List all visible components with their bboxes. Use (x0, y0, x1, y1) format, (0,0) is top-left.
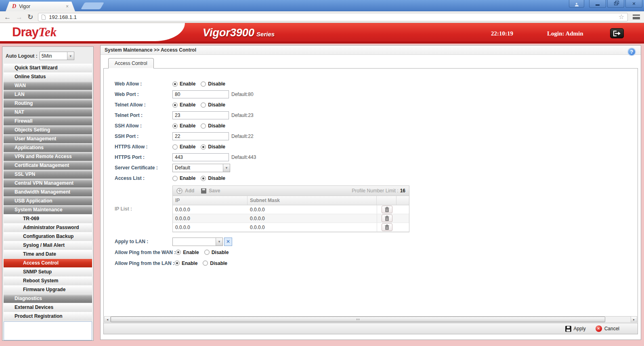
sidebar-item-applications[interactable]: Applications (4, 144, 92, 152)
close-tab-icon[interactable]: × (66, 4, 69, 9)
sidebar-item-configuration-backup[interactable]: Configuration Backup (4, 232, 92, 241)
sidebar-item-firewall[interactable]: Firewall (4, 117, 92, 125)
sidebar-item-online-status[interactable]: Online Status (4, 73, 92, 81)
url-text[interactable]: 192.168.1.1 (49, 14, 77, 20)
sidebar-item-lan[interactable]: LAN (4, 90, 92, 99)
bookmark-star-icon[interactable]: ☆ (619, 14, 624, 20)
chevron-down-icon: ▾ (223, 164, 230, 172)
ssh-allow-label: SSH Allow : (115, 123, 172, 129)
telnet-allow-enable-radio[interactable] (172, 102, 178, 108)
restore-button[interactable] (607, 0, 624, 8)
delete-row-button[interactable] (382, 206, 392, 213)
apply-to-lan-select[interactable]: ▾ (172, 238, 223, 246)
close-window-button[interactable]: ✕ (625, 0, 642, 8)
sidebar-item-diagnostics[interactable]: Diagnostics (4, 294, 92, 303)
breadcrumb: System Maintenance >> Access Control (101, 46, 641, 55)
sidebar-item-access-control[interactable]: Access Control (4, 259, 92, 267)
form-area: Web Allow : Enable Disable Web Port : De… (104, 69, 638, 316)
subnet-mask-cell: 0.0.0.0 (248, 214, 377, 223)
sidebar-item-firmware-upgrade[interactable]: Firmware Upgrade (4, 286, 92, 294)
ssh-port-input[interactable] (172, 132, 229, 140)
auto-logout-select[interactable]: 5Min ▾ (40, 52, 74, 60)
column-header-actions (377, 196, 396, 205)
horizontal-scrollbar[interactable]: ◂ ▸ (104, 316, 637, 323)
scrollbar-thumb[interactable] (111, 317, 605, 322)
sidebar-item-user-management[interactable]: User Management (4, 135, 92, 143)
ping-wan-enable-radio[interactable] (176, 250, 181, 255)
ssh-allow-disable-radio[interactable] (201, 123, 206, 129)
sidebar-item-syslog-mail-alert[interactable]: Syslog / Mail Alert (4, 241, 92, 250)
sidebar-item-ssl-vpn[interactable]: SSL VPN (4, 170, 92, 179)
sidebar-item-wan[interactable]: WAN (4, 81, 92, 90)
browser-menu-icon[interactable] (633, 15, 640, 19)
sidebar-item-external-devices[interactable]: External Devices (4, 303, 92, 312)
sidebar-item-objects-setting[interactable]: Objects Setting (4, 126, 92, 134)
sidebar-item-tr-069[interactable]: TR-069 (4, 215, 92, 223)
access-list-row: Access List : Enable Disable (104, 173, 638, 183)
tab-access-control[interactable]: Access Control (108, 58, 154, 69)
enable-label: Enable (180, 102, 195, 108)
scroll-left-icon[interactable]: ◂ (105, 317, 111, 322)
apply-button[interactable]: Apply (565, 326, 586, 332)
https-port-default: Default:443 (231, 154, 256, 160)
web-allow-disable-radio[interactable] (201, 81, 206, 87)
minimize-button[interactable] (589, 0, 606, 8)
sidebar-item-usb-application[interactable]: USB Application (4, 197, 92, 205)
add-circle-icon (176, 188, 183, 194)
sidebar-item-certificate-management[interactable]: Certificate Management (4, 161, 92, 170)
sidebar-item-time-and-date[interactable]: Time and Date (4, 250, 92, 258)
sidebar-item-quick-start-wizard[interactable]: Quick Start Wizard (4, 64, 92, 72)
sidebar-item-snmp-setup[interactable]: SNMP Setup (4, 268, 92, 276)
delete-row-button[interactable] (382, 223, 392, 231)
ssh-allow-enable-radio[interactable] (172, 123, 178, 129)
ping-lan-disable-radio[interactable] (203, 261, 208, 266)
ping-wan-disable-radio[interactable] (204, 250, 210, 255)
sidebar-item-bandwidth-management[interactable]: Bandwidth Management (4, 188, 92, 196)
server-certificate-select[interactable]: Default ▾ (172, 164, 230, 172)
sidebar-item-administrator-password[interactable]: Administrator Password (4, 223, 92, 232)
web-port-input[interactable] (172, 90, 229, 98)
scroll-right-icon[interactable]: ▸ (631, 317, 637, 322)
save-button[interactable]: Save (201, 188, 220, 194)
sidebar-item-reboot-system[interactable]: Reboot System (4, 277, 92, 285)
web-allow-label: Web Allow : (115, 81, 172, 87)
page-background: Auto Logout : 5Min ▾ Quick Start WizardO… (0, 44, 644, 346)
cancel-button[interactable]: ✕ Cancel (596, 325, 619, 332)
ping-lan-enable-radio[interactable] (174, 261, 180, 266)
logout-button[interactable] (610, 28, 624, 38)
telnet-port-input[interactable] (172, 111, 229, 119)
sidebar-item-nat[interactable]: NAT (4, 108, 92, 117)
disable-label: Disable (208, 175, 225, 181)
url-bar[interactable]: 192.168.1.1 ☆ (38, 13, 628, 21)
https-allow-enable-radio[interactable] (172, 144, 178, 150)
sidebar-item-routing[interactable]: Routing (4, 99, 92, 108)
https-port-input[interactable] (172, 153, 229, 161)
telnet-allow-row: Telnet Allow : Enable Disable (104, 100, 638, 110)
access-list-disable-radio[interactable] (201, 176, 206, 181)
refresh-icon[interactable]: ↻ (27, 14, 33, 21)
profile-button[interactable] (569, 0, 584, 8)
new-tab-button[interactable] (81, 2, 104, 9)
add-button[interactable]: Add (176, 188, 194, 194)
help-button[interactable]: ? (627, 48, 636, 56)
delete-row-button[interactable] (382, 215, 392, 222)
auto-logout-value: 5Min (40, 53, 67, 59)
sidebar-item-system-maintenance[interactable]: System Maintenance (4, 206, 92, 214)
ip-table-header: IP Subnet Mask (173, 196, 409, 205)
telnet-allow-disable-radio[interactable] (201, 102, 206, 108)
ssh-port-label: SSH Port : (115, 133, 172, 139)
auto-logout-label: Auto Logout : (6, 53, 38, 59)
browser-tab[interactable]: D Vigor × (6, 2, 75, 11)
browser-toolbar: ← → ↻ 192.168.1.1 ☆ (0, 11, 644, 23)
panel-footer: Apply ✕ Cancel (104, 323, 638, 334)
access-list-enable-radio[interactable] (172, 176, 178, 181)
clear-selection-button[interactable]: ✕ (224, 238, 232, 246)
sidebar-item-vpn-and-remote-access[interactable]: VPN and Remote Access (4, 152, 92, 161)
web-allow-enable-radio[interactable] (172, 81, 178, 87)
sidebar-item-product-registration[interactable]: Product Registration (4, 312, 92, 321)
forward-icon[interactable]: → (16, 14, 23, 21)
sidebar-item-central-vpn-management[interactable]: Central VPN Management (4, 179, 92, 188)
back-icon[interactable]: ← (4, 14, 11, 21)
actions-cell (377, 223, 396, 231)
https-allow-disable-radio[interactable] (201, 144, 206, 150)
